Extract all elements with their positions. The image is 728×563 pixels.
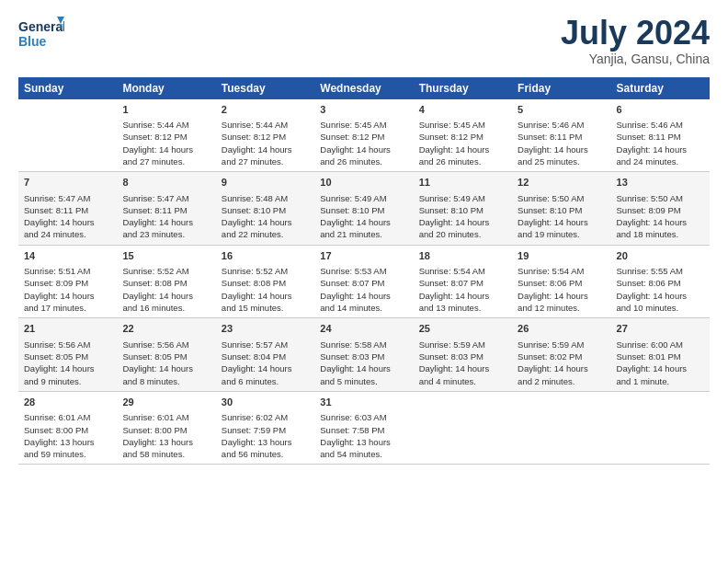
day-number: 9	[222, 176, 309, 190]
day-info: Sunrise: 5:52 AM Sunset: 8:08 PM Dayligh…	[222, 265, 309, 314]
calendar-cell	[611, 391, 710, 465]
day-info: Sunrise: 5:48 AM Sunset: 8:10 PM Dayligh…	[222, 192, 309, 241]
day-number: 27	[617, 322, 704, 336]
day-number: 16	[222, 249, 309, 263]
calendar-cell: 11Sunrise: 5:49 AM Sunset: 8:10 PM Dayli…	[414, 172, 512, 246]
calendar-cell: 14Sunrise: 5:51 AM Sunset: 8:09 PM Dayli…	[18, 245, 117, 318]
calendar-cell: 16Sunrise: 5:52 AM Sunset: 8:08 PM Dayli…	[216, 245, 314, 318]
page-header: General Blue July 2024 Yanjia, Gansu, Ch…	[18, 15, 710, 66]
day-info: Sunrise: 5:49 AM Sunset: 8:10 PM Dayligh…	[419, 192, 506, 241]
calendar-cell: 5Sunrise: 5:46 AM Sunset: 8:11 PM Daylig…	[512, 99, 610, 172]
header-day: Saturday	[611, 77, 710, 99]
day-number: 8	[122, 176, 210, 190]
calendar-cell: 27Sunrise: 6:00 AM Sunset: 8:01 PM Dayli…	[611, 318, 710, 392]
calendar-cell: 24Sunrise: 5:58 AM Sunset: 8:03 PM Dayli…	[314, 318, 413, 392]
calendar-cell: 8Sunrise: 5:47 AM Sunset: 8:11 PM Daylig…	[117, 172, 215, 246]
day-number: 1	[122, 103, 210, 117]
calendar-table: SundayMondayTuesdayWednesdayThursdayFrid…	[18, 77, 710, 465]
calendar-cell	[414, 391, 512, 465]
day-number: 31	[320, 396, 407, 409]
day-number: 19	[518, 249, 605, 263]
calendar-cell: 1Sunrise: 5:44 AM Sunset: 8:12 PM Daylig…	[117, 99, 215, 172]
day-info: Sunrise: 5:56 AM Sunset: 8:05 PM Dayligh…	[24, 339, 111, 387]
calendar-cell: 29Sunrise: 6:01 AM Sunset: 8:00 PM Dayli…	[117, 391, 215, 465]
calendar-cell: 13Sunrise: 5:50 AM Sunset: 8:09 PM Dayli…	[611, 172, 710, 246]
day-number: 14	[24, 249, 111, 263]
day-number: 15	[122, 249, 210, 263]
day-number: 7	[24, 176, 111, 190]
month-title: July 2024	[561, 15, 710, 52]
day-number: 17	[320, 249, 407, 263]
header-day: Thursday	[414, 77, 512, 99]
day-info: Sunrise: 5:52 AM Sunset: 8:08 PM Dayligh…	[122, 265, 210, 314]
day-number: 26	[518, 322, 605, 336]
logo: General Blue	[18, 15, 64, 55]
week-row: 21Sunrise: 5:56 AM Sunset: 8:05 PM Dayli…	[18, 318, 710, 392]
day-info: Sunrise: 5:46 AM Sunset: 8:11 PM Dayligh…	[617, 119, 704, 167]
day-info: Sunrise: 6:00 AM Sunset: 8:01 PM Dayligh…	[617, 339, 704, 387]
week-row: 14Sunrise: 5:51 AM Sunset: 8:09 PM Dayli…	[18, 245, 710, 318]
calendar-cell: 4Sunrise: 5:45 AM Sunset: 8:12 PM Daylig…	[414, 99, 512, 172]
day-info: Sunrise: 5:54 AM Sunset: 8:06 PM Dayligh…	[518, 265, 605, 314]
day-info: Sunrise: 5:50 AM Sunset: 8:10 PM Dayligh…	[518, 192, 605, 241]
day-number: 29	[122, 396, 210, 409]
calendar-cell: 22Sunrise: 5:56 AM Sunset: 8:05 PM Dayli…	[117, 318, 215, 392]
day-info: Sunrise: 5:57 AM Sunset: 8:04 PM Dayligh…	[222, 339, 309, 387]
day-number: 18	[419, 249, 506, 263]
day-info: Sunrise: 5:45 AM Sunset: 8:12 PM Dayligh…	[419, 119, 506, 167]
day-number: 21	[24, 322, 111, 336]
day-info: Sunrise: 6:02 AM Sunset: 7:59 PM Dayligh…	[222, 411, 309, 460]
calendar-cell: 25Sunrise: 5:59 AM Sunset: 8:03 PM Dayli…	[414, 318, 512, 392]
calendar-cell: 17Sunrise: 5:53 AM Sunset: 8:07 PM Dayli…	[314, 245, 413, 318]
calendar-cell: 6Sunrise: 5:46 AM Sunset: 8:11 PM Daylig…	[611, 99, 710, 172]
day-info: Sunrise: 5:59 AM Sunset: 8:02 PM Dayligh…	[518, 339, 605, 387]
calendar-cell: 31Sunrise: 6:03 AM Sunset: 7:58 PM Dayli…	[314, 391, 413, 465]
day-number: 13	[617, 176, 704, 190]
day-info: Sunrise: 5:53 AM Sunset: 8:07 PM Dayligh…	[320, 265, 407, 314]
header-day: Monday	[117, 77, 215, 99]
header-day: Tuesday	[216, 77, 314, 99]
header-day: Sunday	[18, 77, 117, 99]
header-row: SundayMondayTuesdayWednesdayThursdayFrid…	[18, 77, 710, 99]
calendar-cell: 30Sunrise: 6:02 AM Sunset: 7:59 PM Dayli…	[216, 391, 314, 465]
day-info: Sunrise: 5:58 AM Sunset: 8:03 PM Dayligh…	[320, 339, 407, 387]
svg-text:Blue: Blue	[18, 34, 47, 49]
title-block: July 2024 Yanjia, Gansu, China	[561, 15, 710, 66]
calendar-cell	[512, 391, 610, 465]
day-info: Sunrise: 5:47 AM Sunset: 8:11 PM Dayligh…	[24, 192, 111, 241]
day-number: 25	[419, 322, 506, 336]
day-info: Sunrise: 5:44 AM Sunset: 8:12 PM Dayligh…	[222, 119, 309, 167]
day-number: 28	[24, 396, 111, 409]
day-info: Sunrise: 5:51 AM Sunset: 8:09 PM Dayligh…	[24, 265, 111, 314]
day-number: 24	[320, 322, 407, 336]
day-number: 10	[320, 176, 407, 190]
header-day: Wednesday	[314, 77, 413, 99]
calendar-cell: 2Sunrise: 5:44 AM Sunset: 8:12 PM Daylig…	[216, 99, 314, 172]
week-row: 28Sunrise: 6:01 AM Sunset: 8:00 PM Dayli…	[18, 391, 710, 465]
calendar-cell: 10Sunrise: 5:49 AM Sunset: 8:10 PM Dayli…	[314, 172, 413, 246]
day-info: Sunrise: 5:44 AM Sunset: 8:12 PM Dayligh…	[122, 119, 210, 167]
day-number: 4	[419, 103, 506, 117]
day-number: 12	[518, 176, 605, 190]
day-number: 22	[122, 322, 210, 336]
day-number: 23	[222, 322, 309, 336]
header-day: Friday	[512, 77, 610, 99]
day-info: Sunrise: 5:50 AM Sunset: 8:09 PM Dayligh…	[617, 192, 704, 241]
calendar-cell	[18, 99, 117, 172]
day-number: 11	[419, 176, 506, 190]
day-number: 6	[617, 103, 704, 117]
calendar-cell: 21Sunrise: 5:56 AM Sunset: 8:05 PM Dayli…	[18, 318, 117, 392]
calendar-cell: 9Sunrise: 5:48 AM Sunset: 8:10 PM Daylig…	[216, 172, 314, 246]
day-info: Sunrise: 6:03 AM Sunset: 7:58 PM Dayligh…	[320, 411, 407, 460]
calendar-cell: 7Sunrise: 5:47 AM Sunset: 8:11 PM Daylig…	[18, 172, 117, 246]
calendar-cell: 15Sunrise: 5:52 AM Sunset: 8:08 PM Dayli…	[117, 245, 215, 318]
day-number: 5	[518, 103, 605, 117]
day-info: Sunrise: 5:59 AM Sunset: 8:03 PM Dayligh…	[419, 339, 506, 387]
day-number: 30	[222, 396, 309, 409]
day-info: Sunrise: 6:01 AM Sunset: 8:00 PM Dayligh…	[24, 411, 111, 460]
week-row: 1Sunrise: 5:44 AM Sunset: 8:12 PM Daylig…	[18, 99, 710, 172]
week-row: 7Sunrise: 5:47 AM Sunset: 8:11 PM Daylig…	[18, 172, 710, 246]
location: Yanjia, Gansu, China	[561, 52, 710, 66]
day-info: Sunrise: 6:01 AM Sunset: 8:00 PM Dayligh…	[122, 411, 210, 460]
svg-text:General: General	[18, 19, 64, 34]
